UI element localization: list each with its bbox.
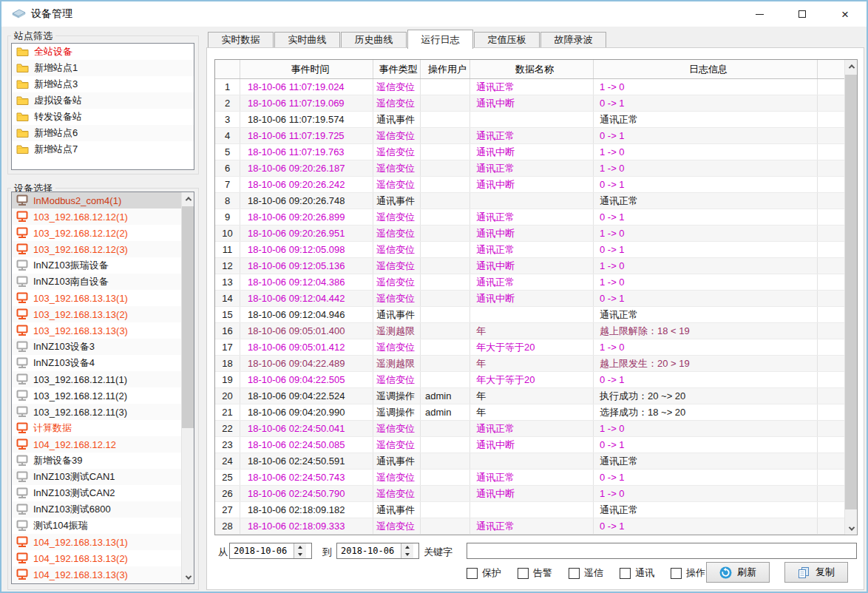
to-date-input[interactable] [337, 546, 401, 556]
checkbox-item[interactable]: 保护 [467, 566, 501, 580]
column-header[interactable]: 事件类型 [373, 60, 421, 78]
scroll-up-icon[interactable] [182, 192, 194, 205]
site-item[interactable]: 新增站点7 [12, 141, 194, 157]
checkbox-icon[interactable] [671, 568, 682, 579]
keyword-input[interactable] [467, 543, 857, 559]
tab-item[interactable]: 历史曲线 [341, 32, 407, 48]
scroll-down-icon[interactable] [845, 522, 858, 535]
device-item[interactable]: 103_192.168.12.11(1) [12, 371, 181, 387]
device-item[interactable]: InNZ103振瑞设备 [12, 257, 181, 274]
site-item[interactable]: 全站设备 [12, 44, 194, 60]
device-scrollbar-thumb[interactable] [182, 206, 194, 428]
log-row[interactable]: 818-10-06 09:20:26.748通讯事件通讯正常 [215, 193, 857, 209]
log-row[interactable]: 718-10-06 09:20:26.242遥信变位通讯中断0 -> 1 [215, 177, 857, 193]
log-row[interactable]: 1018-10-06 09:20:26.951遥信变位通讯中断1 -> 0 [215, 226, 857, 242]
close-button[interactable]: × [824, 1, 867, 27]
device-item[interactable]: InNZ103设备3 [12, 339, 181, 355]
checkbox-item[interactable]: 告警 [518, 566, 552, 580]
checkbox-icon[interactable] [518, 568, 529, 579]
tab-item[interactable]: 实时曲线 [274, 32, 340, 48]
device-item[interactable]: 103_192.168.13.13(2) [12, 306, 181, 322]
log-row[interactable]: 2618-10-06 02:24:50.790遥信变位通讯中断1 -> 0 [215, 486, 857, 502]
device-item[interactable]: InNZ103测试CAN2 [12, 485, 181, 501]
site-item[interactable]: 虚拟设备站 [12, 92, 194, 109]
from-date-picker[interactable] [229, 543, 312, 559]
checkbox-icon[interactable] [620, 568, 631, 579]
from-date-input[interactable] [230, 546, 294, 556]
tab-item[interactable]: 定值压板 [474, 32, 540, 48]
device-item[interactable]: 新增设备39 [12, 453, 181, 469]
device-item[interactable]: 104_192.168.13.13(3) [12, 566, 181, 583]
checkbox-item[interactable]: 通讯 [620, 566, 654, 580]
device-item[interactable]: 103_192.168.13.13(1) [12, 290, 181, 306]
copy-button[interactable]: 复制 [784, 562, 848, 583]
log-row[interactable]: 2718-10-06 02:18:09.182通讯事件通讯正常 [215, 502, 857, 518]
site-item[interactable]: 转发设备站 [12, 109, 194, 125]
device-item[interactable]: 测试104振瑞 [12, 518, 181, 534]
maximize-button[interactable] [781, 1, 824, 27]
device-item[interactable]: 103_192.168.13.13(3) [12, 322, 181, 339]
site-item[interactable]: 新增站点1 [12, 60, 194, 76]
device-item[interactable]: 计算数据 [12, 420, 181, 436]
device-item[interactable]: InNZ103设备4 [12, 355, 181, 371]
device-item[interactable]: 104_192.168.12.12 [12, 436, 181, 453]
table-scrollbar-thumb[interactable] [845, 75, 858, 509]
checkbox-item[interactable]: 操作 [671, 566, 705, 580]
column-header[interactable]: 事件时间 [240, 60, 373, 78]
spin-up-icon[interactable] [401, 543, 413, 551]
log-row[interactable]: 918-10-06 09:20:26.899遥信变位通讯正常0 -> 1 [215, 209, 857, 226]
device-item[interactable]: 104_192.168.13.13(1) [12, 534, 181, 550]
minimize-button[interactable] [738, 1, 781, 27]
log-row[interactable]: 2318-10-06 02:24:50.085遥信变位通讯中断0 -> 1 [215, 437, 857, 453]
log-row[interactable]: 518-10-06 11:07:19.763遥信变位通讯中断1 -> 0 [215, 144, 857, 160]
device-item[interactable]: 103_192.168.12.12(2) [12, 225, 181, 241]
to-date-spinner[interactable] [401, 543, 413, 558]
log-row[interactable]: 318-10-06 11:07:19.574通讯事件通讯正常 [215, 112, 857, 128]
device-item[interactable]: InNZ103测试CAN1 [12, 469, 181, 485]
log-row[interactable]: 1818-10-06 09:04:22.489遥测越限年越上限发生：20 > 1… [215, 356, 857, 372]
log-row[interactable]: 1518-10-06 09:12:04.946通讯事件通讯正常 [215, 307, 857, 323]
log-row[interactable]: 2018-10-06 09:04:22.524遥调操作admin年执行成功：20… [215, 388, 857, 404]
spin-down-icon[interactable] [401, 551, 413, 558]
log-row[interactable]: 2218-10-06 02:24:50.041遥信变位通讯正常1 -> 0 [215, 421, 857, 437]
log-row[interactable]: 1718-10-06 09:05:01.412遥信变位年大于等于201 -> 0 [215, 339, 857, 356]
log-row[interactable]: 418-10-06 11:07:19.725遥信变位通讯正常0 -> 1 [215, 128, 857, 144]
scroll-up-icon[interactable] [845, 60, 858, 72]
device-item[interactable] [12, 583, 181, 584]
checkbox-icon[interactable] [569, 568, 580, 579]
checkbox-icon[interactable] [467, 568, 478, 579]
column-header[interactable]: 操作用户 [421, 60, 470, 78]
log-row[interactable]: 2118-10-06 09:04:20.990遥调操作admin年选择成功：18… [215, 404, 857, 421]
log-row[interactable]: 1218-10-06 09:12:05.136遥信变位通讯中断1 -> 0 [215, 258, 857, 274]
scroll-down-icon[interactable] [182, 571, 194, 583]
from-date-spinner[interactable] [294, 543, 306, 558]
log-row[interactable]: 1618-10-06 09:05:01.400遥测越限年越上限解除：18 < 1… [215, 323, 857, 339]
log-row[interactable]: 2518-10-06 02:24:50.743遥信变位通讯正常0 -> 1 [215, 470, 857, 486]
log-row[interactable]: 1318-10-06 09:12:04.386遥信变位通讯正常1 -> 0 [215, 274, 857, 291]
device-item[interactable]: InModbus2_com4(1) [12, 192, 181, 209]
column-header[interactable]: 数据名称 [470, 60, 594, 78]
device-item[interactable]: InNZ103测试6800 [12, 501, 181, 518]
device-item[interactable]: 103_192.168.12.12(1) [12, 209, 181, 225]
device-item[interactable]: 103_192.168.12.11(2) [12, 387, 181, 404]
to-date-picker[interactable] [336, 543, 419, 559]
log-row[interactable]: 1118-10-06 09:12:05.098遥信变位通讯正常0 -> 1 [215, 242, 857, 258]
log-row[interactable]: 2418-10-06 02:24:50.591通讯事件通讯正常 [215, 453, 857, 470]
table-scrollbar[interactable] [844, 60, 857, 535]
log-row[interactable]: 1418-10-06 09:12:04.442遥信变位通讯中断0 -> 1 [215, 291, 857, 307]
device-item[interactable]: 104_192.168.13.13(2) [12, 550, 181, 566]
column-header[interactable]: 日志信息 [594, 60, 818, 78]
tab-active[interactable]: 运行日志 [407, 30, 473, 49]
checkbox-item[interactable]: 遥信 [569, 566, 603, 580]
log-row[interactable]: 118-10-06 11:07:19.024遥信变位通讯正常1 -> 0 [215, 79, 857, 95]
device-list-scrollbar[interactable] [181, 192, 194, 583]
log-row[interactable]: 1918-10-06 09:04:22.505遥信变位年大于等于200 -> 1 [215, 372, 857, 388]
spin-up-icon[interactable] [294, 543, 306, 551]
tab-item[interactable]: 故障录波 [540, 32, 606, 48]
device-item[interactable]: InNZ103南自设备 [12, 274, 181, 290]
refresh-button[interactable]: 刷新 [706, 562, 770, 583]
spin-down-icon[interactable] [294, 551, 306, 558]
site-item[interactable]: 新增站点6 [12, 125, 194, 141]
device-item[interactable]: 103_192.168.12.11(3) [12, 404, 181, 420]
tab-item[interactable]: 实时数据 [208, 32, 274, 48]
